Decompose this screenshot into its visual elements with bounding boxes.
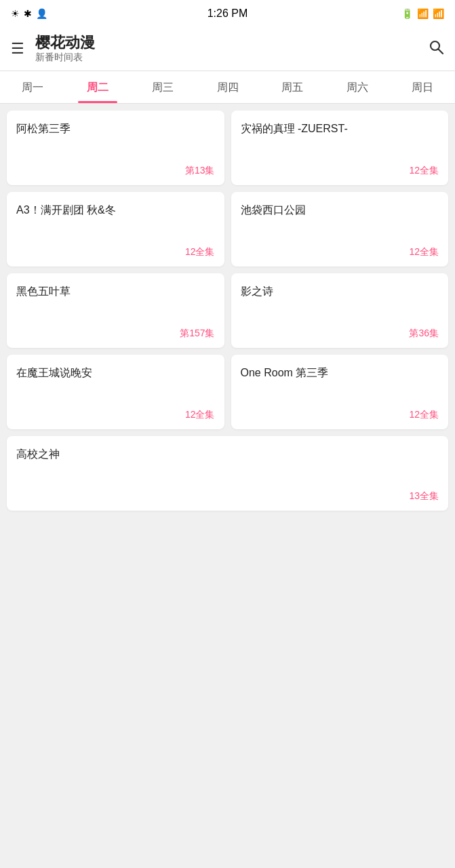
anime-card-1[interactable]: 灾祸的真理 -ZUERST-12全集 — [231, 111, 449, 185]
status-icon-3: 👤 — [36, 8, 47, 19]
card-title-2: A3！满开剧团 秋&冬 — [16, 203, 215, 218]
tab-周二[interactable]: 周二 — [65, 71, 130, 103]
tab-bar: 周一周二周三周四周五周六周日 — [0, 71, 455, 104]
card-title-3: 池袋西口公园 — [241, 203, 439, 218]
content: 阿松第三季第13集灾祸的真理 -ZUERST-12全集A3！满开剧团 秋&冬12… — [0, 104, 455, 524]
svg-line-1 — [439, 50, 443, 54]
card-episode-1: 12全集 — [241, 165, 439, 177]
card-episode-5: 第36集 — [241, 328, 439, 340]
tab-周六[interactable]: 周六 — [325, 71, 390, 103]
card-episode-4: 第157集 — [16, 328, 215, 340]
tab-周日[interactable]: 周日 — [390, 71, 455, 103]
card-title-4: 黑色五叶草 — [16, 284, 215, 299]
anime-card-5[interactable]: 影之诗第36集 — [231, 273, 449, 348]
status-left-icons: ☀ ✱ 👤 — [11, 8, 47, 19]
search-icon[interactable] — [428, 39, 444, 59]
header-title-block: 樱花动漫 新番时间表 — [35, 34, 95, 64]
tab-周三[interactable]: 周三 — [130, 71, 195, 103]
card-episode-0: 第13集 — [16, 165, 215, 177]
card-title-8: 高校之神 — [16, 447, 439, 462]
status-time: 1:26 PM — [207, 7, 248, 20]
menu-icon[interactable]: ☰ — [11, 40, 24, 58]
status-right-icons: 🔋 📶 📶 — [401, 8, 444, 19]
app-subtitle: 新番时间表 — [35, 52, 95, 64]
card-title-0: 阿松第三季 — [16, 121, 215, 136]
anime-grid: 阿松第三季第13集灾祸的真理 -ZUERST-12全集A3！满开剧团 秋&冬12… — [7, 111, 448, 511]
card-title-7: One Room 第三季 — [241, 366, 439, 380]
tab-周四[interactable]: 周四 — [195, 71, 260, 103]
anime-card-3[interactable]: 池袋西口公园12全集 — [231, 192, 449, 267]
anime-card-6[interactable]: 在魔王城说晚安12全集 — [7, 355, 224, 429]
anime-card-0[interactable]: 阿松第三季第13集 — [7, 111, 224, 185]
status-bar: ☀ ✱ 👤 1:26 PM 🔋 📶 📶 — [0, 0, 455, 27]
card-episode-7: 12全集 — [241, 409, 439, 421]
battery-icon: 🔋 — [401, 8, 413, 19]
card-episode-6: 12全集 — [16, 409, 215, 421]
anime-card-2[interactable]: A3！满开剧团 秋&冬12全集 — [7, 192, 224, 267]
anime-card-4[interactable]: 黑色五叶草第157集 — [7, 273, 224, 348]
status-icon-2: ✱ — [24, 8, 32, 19]
tab-周五[interactable]: 周五 — [260, 71, 325, 103]
signal-icon: 📶 — [433, 8, 444, 19]
wifi-icon: 📶 — [417, 8, 429, 19]
card-title-5: 影之诗 — [241, 284, 439, 299]
app-title: 樱花动漫 — [35, 34, 95, 52]
card-episode-3: 12全集 — [241, 246, 439, 258]
card-episode-2: 12全集 — [16, 246, 215, 258]
header: ☰ 樱花动漫 新番时间表 — [0, 27, 455, 71]
anime-card-7[interactable]: One Room 第三季12全集 — [231, 355, 449, 429]
card-episode-8: 13全集 — [16, 490, 439, 502]
tab-周一[interactable]: 周一 — [0, 71, 65, 103]
header-left: ☰ 樱花动漫 新番时间表 — [11, 34, 95, 64]
card-title-1: 灾祸的真理 -ZUERST- — [241, 121, 439, 136]
anime-card-8[interactable]: 高校之神13全集 — [7, 436, 448, 511]
status-icon-1: ☀ — [11, 8, 20, 19]
card-title-6: 在魔王城说晚安 — [16, 366, 215, 380]
